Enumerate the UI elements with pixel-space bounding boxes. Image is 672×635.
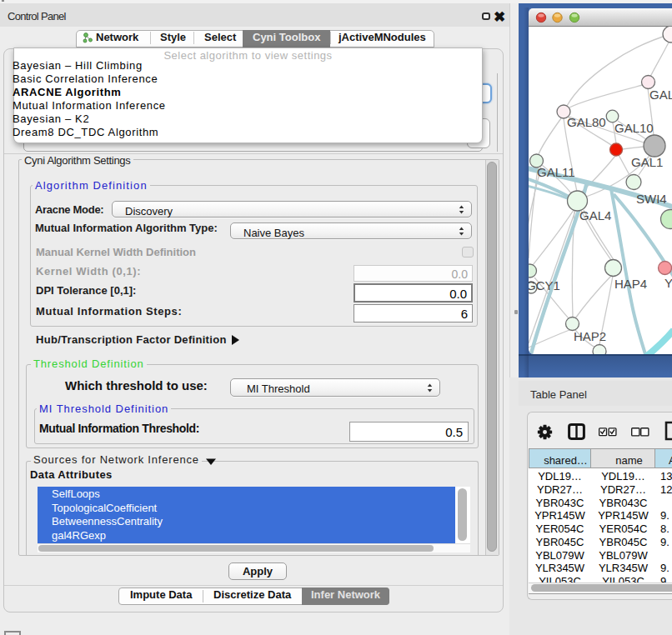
svg-text:GAL80: GAL80 <box>567 115 606 129</box>
svg-text:GAL7: GAL7 <box>649 88 672 102</box>
svg-text:GAL11: GAL11 <box>537 165 575 179</box>
svg-text:HAP4: HAP4 <box>614 277 647 291</box>
svg-text:GAL4: GAL4 <box>579 208 611 222</box>
svg-text:GAL10: GAL10 <box>614 121 654 135</box>
svg-text:GAL1: GAL1 <box>631 155 663 169</box>
svg-text:Y: Y <box>664 276 672 290</box>
svg-text:GCY1: GCY1 <box>529 278 560 292</box>
svg-text:HAP2: HAP2 <box>574 329 606 343</box>
svg-text:SWI4: SWI4 <box>636 192 667 206</box>
